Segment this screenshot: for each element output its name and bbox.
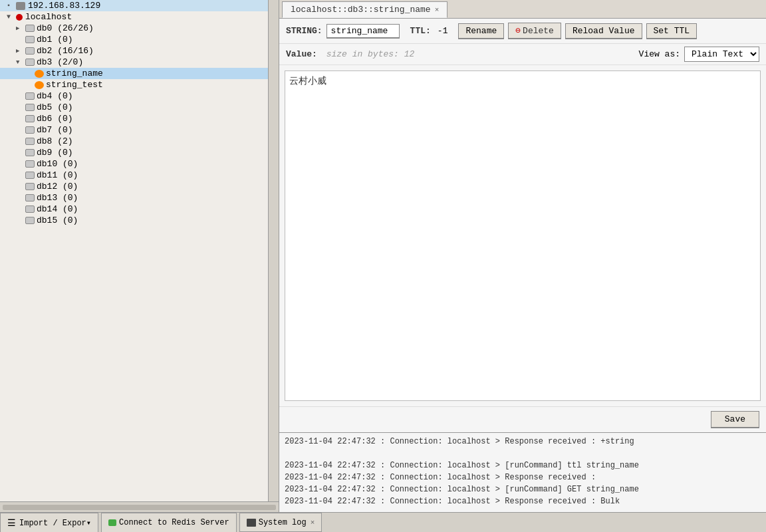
db8-label: db8 (2) — [37, 136, 73, 146]
connection-dot — [16, 14, 23, 21]
db-icon — [25, 47, 35, 55]
tab-close-button[interactable]: × — [435, 6, 440, 14]
db-icon — [25, 205, 35, 213]
sidebar-scrollbar[interactable] — [268, 0, 279, 501]
bottom-bar: ☰ Import / Expor▾ Connect to Redis Serve… — [0, 512, 766, 532]
sidebar-item-db3[interactable]: ▼ db3 (2/0) — [0, 57, 268, 68]
system-log-label: System log — [259, 518, 307, 527]
value-row: Value: size in bytes: 12 View as: Plain … — [279, 44, 766, 65]
tab-label: localhost::db3::string_name — [291, 5, 431, 15]
rename-button[interactable]: Rename — [458, 23, 504, 39]
connect-icon — [108, 519, 116, 526]
sidebar-item-db5[interactable]: db5 (0) — [0, 102, 268, 113]
db13-label: db13 (0) — [37, 193, 78, 203]
save-row: Save — [279, 406, 766, 432]
hamburger-icon: ☰ — [7, 517, 16, 529]
sidebar-item-db14[interactable]: db14 (0) — [0, 203, 268, 215]
system-log-close[interactable]: × — [311, 519, 315, 527]
view-as-label: View as: — [639, 49, 680, 59]
string-name-label: string_name — [46, 68, 103, 78]
view-as: View as: Plain Text JSON Hex Binary — [639, 47, 759, 62]
log-line-4: 2023-11-04 22:47:32 : Connection: localh… — [285, 471, 761, 483]
db-icon — [25, 126, 35, 134]
connect-button[interactable]: Connect to Redis Server — [101, 513, 237, 532]
db-icon — [25, 115, 35, 122]
toolbar: STRING: TTL: -1 Rename ⊖Delete Reload Va… — [279, 19, 766, 44]
db0-label: db0 (26/26) — [37, 23, 94, 33]
db3-arrow: ▼ — [16, 59, 25, 66]
db-icon — [25, 138, 35, 145]
log-panel: 2023-11-04 22:47:32 : Connection: localh… — [279, 432, 766, 512]
sidebar-item-db8[interactable]: db8 (2) — [0, 136, 268, 147]
import-export-button[interactable]: ☰ Import / Expor▾ — [0, 513, 98, 532]
db9-label: db9 (0) — [37, 148, 73, 158]
sidebar-item-db12[interactable]: db12 (0) — [0, 181, 268, 192]
system-log-tab[interactable]: System log × — [239, 513, 322, 532]
sidebar-content: ▪ 192.168.83.129 ▼ localhost ▶ db0 (26/2… — [0, 0, 268, 501]
db2-label: db2 (16/16) — [37, 46, 94, 56]
sidebar-item-db13[interactable]: db13 (0) — [0, 192, 268, 203]
sidebar-item-db11[interactable]: db11 (0) — [0, 170, 268, 181]
sidebar-item-db2[interactable]: ▶ db2 (16/16) — [0, 45, 268, 57]
log-line-6: 2023-11-04 22:47:32 : Connection: localh… — [285, 495, 761, 507]
value-info: Value: size in bytes: 12 — [286, 49, 414, 59]
db-icon — [25, 194, 35, 201]
sidebar-item-db10[interactable]: db10 (0) — [0, 158, 268, 170]
db1-label: db1 (0) — [37, 35, 73, 45]
sidebar-item-db6[interactable]: db6 (0) — [0, 113, 268, 124]
db-icon — [25, 104, 35, 111]
server-ip-label: 192.168.83.129 — [28, 1, 100, 11]
terminal-icon — [247, 519, 256, 527]
sidebar-item-db9[interactable]: db9 (0) — [0, 147, 268, 158]
db-icon — [25, 160, 35, 168]
db-icon — [25, 217, 35, 224]
set-ttl-button[interactable]: Set TTL — [646, 23, 698, 39]
db11-label: db11 (0) — [37, 170, 78, 180]
db10-label: db10 (0) — [37, 159, 78, 169]
sidebar-item-localhost[interactable]: ▼ localhost — [0, 11, 268, 23]
log-line-3: 2023-11-04 22:47:32 : Connection: localh… — [285, 460, 761, 471]
string-test-label: string_test — [46, 80, 103, 90]
db-icon — [25, 25, 35, 32]
db15-label: db15 (0) — [37, 215, 78, 225]
view-as-select[interactable]: Plain Text JSON Hex Binary — [684, 47, 759, 62]
sidebar-h-scrollbar[interactable] — [0, 501, 279, 512]
db5-label: db5 (0) — [37, 102, 73, 112]
sidebar-item-server-ip[interactable]: ▪ 192.168.83.129 — [0, 0, 268, 11]
size-hint: size in bytes: 12 — [326, 49, 415, 59]
db-icon — [25, 92, 35, 100]
tab-bar: localhost::db3::string_name × — [279, 0, 766, 19]
value-editor[interactable] — [285, 70, 761, 401]
db12-label: db12 (0) — [37, 182, 78, 192]
ttl-label: TTL: — [410, 26, 431, 36]
sidebar-item-string-test[interactable]: string_test — [0, 79, 268, 90]
log-line-5: 2023-11-04 22:47:32 : Connection: localh… — [285, 483, 761, 495]
sidebar-item-db15[interactable]: db15 (0) — [0, 215, 268, 226]
expand-arrow: ▼ — [7, 13, 16, 21]
db7-label: db7 (0) — [37, 125, 73, 135]
editor-area — [279, 65, 766, 406]
sidebar-item-db4[interactable]: db4 (0) — [0, 90, 268, 102]
arrow-icon: ▪ — [7, 2, 16, 9]
sidebar-item-string-name[interactable]: string_name — [0, 68, 268, 79]
server-icon — [16, 2, 25, 10]
reload-value-button[interactable]: Reload Value — [565, 23, 642, 39]
main-area: ▪ 192.168.83.129 ▼ localhost ▶ db0 (26/2… — [0, 0, 766, 512]
string-icon-2 — [35, 81, 44, 89]
key-input[interactable] — [326, 24, 400, 39]
content-panel: localhost::db3::string_name × STRING: TT… — [279, 0, 766, 512]
sidebar-item-db7[interactable]: db7 (0) — [0, 124, 268, 136]
save-button[interactable]: Save — [711, 411, 759, 428]
string-icon — [35, 70, 44, 78]
delete-button[interactable]: ⊖Delete — [508, 23, 561, 39]
sidebar: ▪ 192.168.83.129 ▼ localhost ▶ db0 (26/2… — [0, 0, 279, 512]
db-icon — [25, 36, 35, 43]
active-tab[interactable]: localhost::db3::string_name × — [282, 1, 447, 18]
sidebar-item-db1[interactable]: db1 (0) — [0, 34, 268, 45]
db4-label: db4 (0) — [37, 91, 73, 101]
sidebar-item-db0[interactable]: ▶ db0 (26/26) — [0, 23, 268, 34]
ttl-value: -1 — [438, 26, 448, 36]
connect-label: Connect to Redis Server — [119, 518, 229, 527]
db2-arrow: ▶ — [16, 47, 25, 55]
db-icon — [25, 183, 35, 190]
